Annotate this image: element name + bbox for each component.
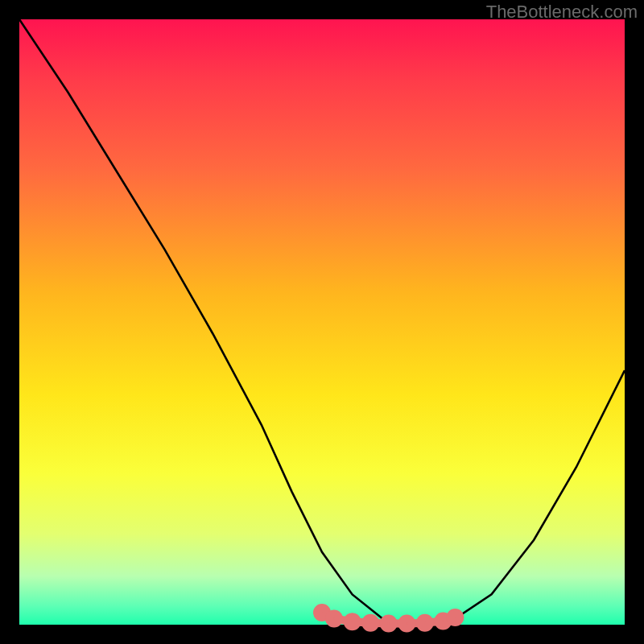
marker-dots (317, 608, 460, 629)
marker-dot (365, 618, 375, 628)
marker-dot (384, 619, 394, 629)
marker-dot (402, 619, 411, 629)
bottleneck-chart (19, 19, 625, 625)
marker-dot (348, 617, 357, 626)
marker-dot (329, 614, 339, 624)
marker-dot (317, 608, 327, 617)
bottleneck-curve-line (19, 19, 625, 625)
marker-dot (420, 618, 430, 628)
watermark-text: TheBottleneck.com (486, 2, 638, 23)
marker-dot (450, 613, 460, 622)
